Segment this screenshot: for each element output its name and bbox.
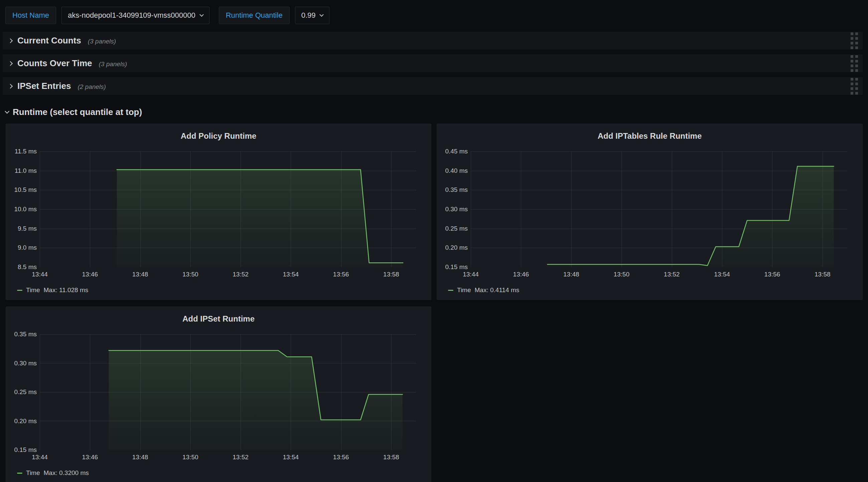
- row-title: Counts Over Time: [18, 58, 92, 68]
- panel-add-iptables-rule-runtime: Add IPTables Rule Runtime 0.45 ms0.40 ms…: [437, 124, 863, 300]
- host-name-select[interactable]: aks-nodepool1-34099109-vmss000000: [61, 7, 210, 24]
- x-axis-tick-label: 13:52: [657, 271, 687, 278]
- plot-area[interactable]: [471, 151, 848, 267]
- x-axis-tick-label: 13:56: [757, 271, 787, 278]
- row-ipset-entries[interactable]: IPSet Entries (2 panels): [3, 77, 863, 95]
- panel-add-ipset-runtime: Add IPSet Runtime 0.35 ms0.30 ms0.25 ms0…: [6, 306, 431, 482]
- panel-add-policy-runtime: Add Policy Runtime 11.5 ms11.0 ms10.5 ms…: [6, 124, 431, 300]
- row-title: Current Counts: [18, 35, 81, 46]
- chart-legend: Time Max: 0.3200 ms: [17, 469, 89, 477]
- row-drag-handle-icon[interactable]: [850, 32, 858, 49]
- legend-max-value: Max: 11.028 ms: [44, 287, 89, 294]
- runtime-quantile-variable: Runtime Quantile 0.99: [219, 7, 330, 24]
- runtime-quantile-label: Runtime Quantile: [219, 7, 290, 24]
- y-axis-tick-label: 9.0 ms: [7, 244, 37, 251]
- x-axis-tick-label: 13:54: [276, 271, 306, 278]
- y-axis-tick-label: 0.40 ms: [438, 168, 468, 174]
- row-title: Runtime (select quantile at top): [13, 107, 142, 117]
- x-axis-tick-label: 13:56: [326, 454, 356, 461]
- x-axis-tick-label: 13:52: [225, 271, 256, 278]
- x-axis-tick-label: 13:50: [607, 271, 637, 278]
- y-axis-tick-label: 0.35 ms: [438, 186, 468, 193]
- y-axis-tick-label: 0.20 ms: [7, 418, 37, 424]
- legend-series-label[interactable]: Time: [26, 287, 40, 294]
- host-name-label: Host Name: [5, 7, 56, 24]
- x-axis-tick-label: 13:54: [707, 271, 737, 278]
- x-axis-tick-label: 13:44: [456, 271, 486, 278]
- host-name-value: aks-nodepool1-34099109-vmss000000: [68, 11, 195, 20]
- x-axis-tick-label: 13:50: [176, 271, 206, 278]
- chevron-down-icon: [199, 12, 204, 17]
- x-axis-tick-label: 13:48: [125, 454, 155, 461]
- y-axis-tick-label: 11.5 ms: [7, 148, 37, 155]
- y-axis-tick-label: 0.15 ms: [438, 264, 468, 270]
- row-drag-handle-icon[interactable]: [850, 78, 858, 95]
- x-axis-tick-label: 13:54: [276, 454, 306, 461]
- legend-series-label[interactable]: Time: [26, 469, 40, 477]
- x-axis-tick-label: 13:52: [225, 454, 256, 461]
- series-color-dash-icon: [17, 473, 22, 474]
- y-axis-tick-label: 0.20 ms: [438, 244, 468, 251]
- x-axis-tick-label: 13:50: [176, 454, 206, 461]
- dashboard-submenu: Host Name aks-nodepool1-34099109-vmss000…: [5, 7, 330, 24]
- y-axis-tick-label: 11.0 ms: [7, 168, 37, 174]
- x-axis-tick-label: 13:58: [376, 454, 406, 461]
- time-series-chart[interactable]: 0.45 ms0.40 ms0.35 ms0.30 ms0.25 ms0.20 …: [437, 124, 862, 300]
- y-axis-tick-label: 0.15 ms: [7, 447, 37, 453]
- x-axis-tick-label: 13:44: [25, 454, 55, 461]
- x-axis-tick-label: 13:46: [75, 454, 105, 461]
- chevron-right-icon: [8, 38, 13, 43]
- y-axis-tick-label: 10.5 ms: [7, 186, 37, 193]
- row-panel-count: (2 panels): [78, 82, 106, 91]
- y-axis-tick-label: 9.5 ms: [7, 225, 37, 232]
- series-color-dash-icon: [17, 290, 22, 291]
- y-axis-tick-label: 8.5 ms: [7, 264, 37, 270]
- row-runtime[interactable]: Runtime (select quantile at top): [5, 106, 142, 118]
- grafana-dashboard: Host Name aks-nodepool1-34099109-vmss000…: [0, 0, 868, 482]
- x-axis-tick-label: 13:58: [376, 271, 406, 278]
- series-color-dash-icon: [448, 290, 454, 291]
- x-axis-tick-label: 13:46: [75, 271, 105, 278]
- row-current-counts[interactable]: Current Counts (3 panels): [3, 32, 863, 50]
- host-name-variable: Host Name aks-nodepool1-34099109-vmss000…: [5, 7, 210, 24]
- row-title: IPSet Entries: [18, 81, 71, 91]
- y-axis-tick-label: 0.30 ms: [438, 206, 468, 213]
- chevron-right-icon: [8, 84, 13, 88]
- x-axis-tick-label: 13:58: [808, 271, 838, 278]
- legend-max-value: Max: 0.3200 ms: [44, 469, 89, 477]
- runtime-quantile-value: 0.99: [301, 11, 316, 20]
- legend-series-label[interactable]: Time: [457, 287, 471, 294]
- row-panel-count: (3 panels): [99, 59, 127, 68]
- y-axis-tick-label: 0.35 ms: [7, 331, 37, 338]
- chevron-down-icon: [320, 12, 324, 17]
- chevron-right-icon: [8, 61, 13, 65]
- y-axis-tick-label: 10.0 ms: [7, 206, 37, 213]
- plot-area[interactable]: [40, 334, 416, 450]
- runtime-quantile-select[interactable]: 0.99: [295, 7, 330, 24]
- time-series-chart[interactable]: 0.35 ms0.30 ms0.25 ms0.20 ms0.15 ms13:44…: [6, 307, 431, 482]
- row-drag-handle-icon[interactable]: [850, 55, 858, 72]
- x-axis-tick-label: 13:56: [326, 271, 356, 278]
- x-axis-tick-label: 13:48: [125, 271, 155, 278]
- y-axis-tick-label: 0.25 ms: [438, 225, 468, 232]
- time-series-chart[interactable]: 11.5 ms11.0 ms10.5 ms10.0 ms9.5 ms9.0 ms…: [6, 124, 431, 300]
- legend-max-value: Max: 0.4114 ms: [475, 287, 520, 294]
- plot-area[interactable]: [40, 151, 416, 267]
- y-axis-tick-label: 0.45 ms: [438, 148, 468, 155]
- chevron-down-icon: [5, 109, 9, 114]
- row-counts-over-time[interactable]: Counts Over Time (3 panels): [3, 55, 863, 72]
- x-axis-tick-label: 13:48: [556, 271, 586, 278]
- y-axis-tick-label: 0.30 ms: [7, 360, 37, 367]
- row-panel-count: (3 panels): [88, 36, 116, 45]
- chart-legend: Time Max: 0.4114 ms: [448, 287, 519, 294]
- chart-legend: Time Max: 11.028 ms: [17, 287, 88, 294]
- x-axis-tick-label: 13:44: [25, 271, 55, 278]
- y-axis-tick-label: 0.25 ms: [7, 389, 37, 395]
- x-axis-tick-label: 13:46: [506, 271, 536, 278]
